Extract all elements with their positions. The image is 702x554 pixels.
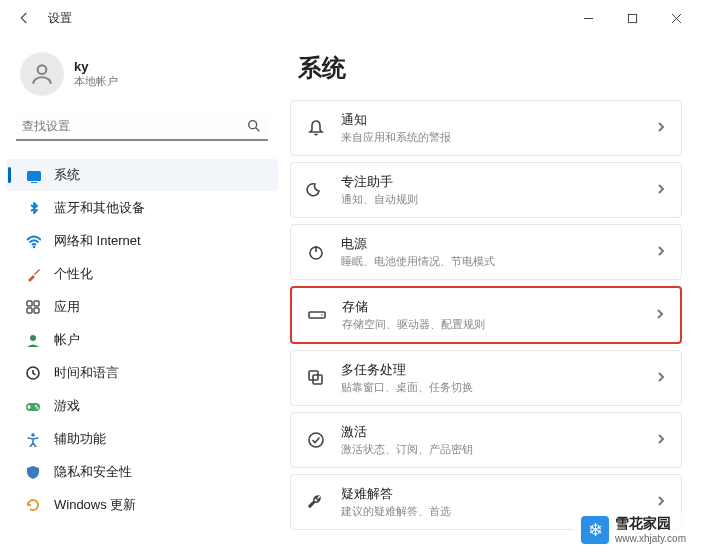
maximize-button[interactable] [610,3,654,33]
bell-icon [305,117,327,139]
sidebar-item-label: 时间和语言 [54,364,119,382]
svg-rect-5 [27,171,41,181]
minimize-button[interactable] [566,3,610,33]
svg-point-12 [30,335,36,341]
watermark-brand: 雪花家园 [615,515,686,533]
card-subtitle: 睡眠、电池使用情况、节电模式 [341,254,641,269]
sidebar-item-accounts[interactable]: 帐户 [6,324,278,356]
sidebar-item-bluetooth[interactable]: 蓝牙和其他设备 [6,192,278,224]
svg-point-7 [33,246,36,249]
settings-card-focus[interactable]: 专注助手 通知、自动规则 [290,162,682,218]
card-subtitle: 激活状态、订阅、产品密钥 [341,442,641,457]
card-subtitle: 来自应用和系统的警报 [341,130,641,145]
app-title: 设置 [48,10,72,27]
sidebar-item-system[interactable]: 系统 [6,159,278,191]
wifi-icon [24,232,42,250]
sidebar-item-time[interactable]: 时间和语言 [6,357,278,389]
display-icon [24,166,42,184]
sidebar-item-access[interactable]: 辅助功能 [6,423,278,455]
settings-card-power[interactable]: 电源 睡眠、电池使用情况、节电模式 [290,224,682,280]
sidebar-item-network[interactable]: 网络和 Internet [6,225,278,257]
svg-rect-6 [31,182,37,183]
watermark: ❄ 雪花家园 www.xhjaty.com [573,511,694,548]
sidebar-item-label: Windows 更新 [54,496,136,514]
card-title: 专注助手 [341,173,641,191]
profile-block[interactable]: ky 本地帐户 [6,44,278,108]
sidebar-item-label: 系统 [54,166,80,184]
card-subtitle: 贴靠窗口、桌面、任务切换 [341,380,641,395]
svg-point-21 [321,314,323,316]
sidebar-item-label: 蓝牙和其他设备 [54,199,145,217]
settings-card-multitask[interactable]: 多任务处理 贴靠窗口、桌面、任务切换 [290,350,682,406]
user-icon [24,331,42,349]
svg-rect-8 [27,301,32,306]
card-subtitle: 通知、自动规则 [341,192,641,207]
card-title: 通知 [341,111,641,129]
sidebar-item-label: 个性化 [54,265,93,283]
bluetooth-icon [24,199,42,217]
clock-icon [24,364,42,382]
drive-icon [306,304,328,326]
profile-sub: 本地帐户 [74,74,118,89]
back-button[interactable] [10,4,38,32]
svg-rect-9 [34,301,39,306]
sidebar: ky 本地帐户 系统 蓝牙和其他设备 网络和 Internet 个性化 应用 [0,36,280,554]
window-controls [566,3,698,33]
card-title: 激活 [341,423,641,441]
chevron-right-icon [655,431,667,449]
cards-list: 通知 来自应用和系统的警报 专注助手 通知、自动规则 电源 睡眠、电池使用情况、… [290,100,682,530]
main-panel: 系统 通知 来自应用和系统的警报 专注助手 通知、自动规则 电源 睡眠、电池使用… [280,36,702,554]
sidebar-item-label: 隐私和安全性 [54,463,132,481]
svg-line-4 [256,128,259,131]
sidebar-item-label: 游戏 [54,397,80,415]
sidebar-item-update[interactable]: Windows 更新 [6,489,278,521]
sidebar-item-personalize[interactable]: 个性化 [6,258,278,290]
power-icon [305,241,327,263]
settings-card-activation[interactable]: 激活 激活状态、订阅、产品密钥 [290,412,682,468]
sidebar-item-label: 应用 [54,298,80,316]
card-title: 电源 [341,235,641,253]
access-icon [24,430,42,448]
titlebar: 设置 [0,0,702,36]
settings-card-notifications[interactable]: 通知 来自应用和系统的警报 [290,100,682,156]
svg-point-16 [37,407,39,409]
settings-window: 设置 ky 本地帐户 [0,0,702,554]
svg-rect-1 [628,14,636,22]
sidebar-item-label: 帐户 [54,331,80,349]
svg-rect-11 [34,308,39,313]
chevron-right-icon [654,306,666,324]
settings-card-storage[interactable]: 存储 存储空间、驱动器、配置规则 [290,286,682,344]
card-title: 存储 [342,298,640,316]
search-input[interactable] [22,119,246,133]
page-title: 系统 [298,52,682,84]
chevron-right-icon [655,493,667,511]
check-icon [305,429,327,451]
chevron-right-icon [655,119,667,137]
close-button[interactable] [654,3,698,33]
sidebar-item-apps[interactable]: 应用 [6,291,278,323]
watermark-logo-icon: ❄ [581,516,609,544]
card-subtitle: 存储空间、驱动器、配置规则 [342,317,640,332]
card-title: 多任务处理 [341,361,641,379]
sidebar-item-privacy[interactable]: 隐私和安全性 [6,456,278,488]
svg-point-15 [35,405,37,407]
sidebar-item-label: 网络和 Internet [54,232,141,250]
game-icon [24,397,42,415]
grid-icon [24,298,42,316]
svg-point-24 [309,433,323,447]
chevron-right-icon [655,369,667,387]
card-title: 疑难解答 [341,485,641,503]
search-icon [246,118,262,134]
svg-rect-10 [27,308,32,313]
moon-icon [305,179,327,201]
nav-list: 系统 蓝牙和其他设备 网络和 Internet 个性化 应用 帐户 时间和语言 … [6,159,278,521]
search-box[interactable] [16,114,268,141]
sidebar-item-label: 辅助功能 [54,430,106,448]
windows-icon [305,367,327,389]
avatar [20,52,64,96]
sidebar-item-gaming[interactable]: 游戏 [6,390,278,422]
chevron-right-icon [655,181,667,199]
chevron-right-icon [655,243,667,261]
shield-icon [24,463,42,481]
update-icon [24,496,42,514]
